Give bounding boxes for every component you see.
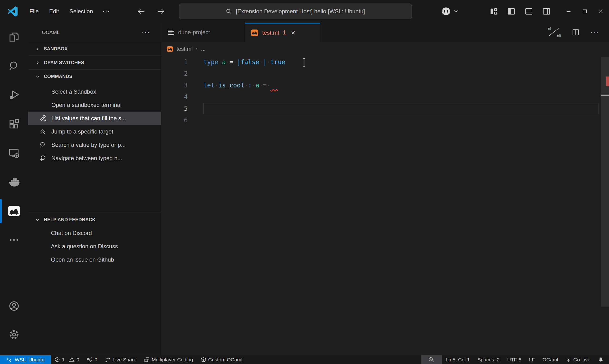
command-search-value[interactable]: Search a value by type or p... [28,138,161,152]
broadcast-tower-icon [87,357,93,363]
help-chat-discord[interactable]: Chat on Discord [28,226,161,240]
editor-more-actions[interactable]: ··· [590,28,599,36]
code-line-3: 3 let·is_cool·:·a·=· [162,79,609,91]
toggle-primary-sidebar-icon[interactable] [507,7,516,15]
breadcrumb-file[interactable]: test.ml [177,46,193,52]
bell-icon [598,357,604,363]
double-chevron-up-icon [38,128,48,136]
command-jump-target[interactable]: Jump to a specific target [28,125,161,138]
custom-ocaml-button[interactable]: Custom OCaml [197,355,246,364]
dune-file-icon [167,29,174,35]
remote-indicator[interactable]: WSL: Ubuntu [0,355,51,364]
activity-remote-explorer[interactable] [0,139,28,168]
activity-explorer[interactable] [0,23,28,52]
encoding-indicator[interactable]: UTF-8 [503,355,525,364]
menu-edit[interactable]: Edit [45,6,63,17]
tools-icon [38,114,48,122]
section-help-feedback[interactable]: HELP AND FEEDBACK [28,213,161,226]
go-live-button[interactable]: Go Live [562,355,594,364]
mouse-cursor-ibeam [302,58,306,67]
menu-overflow[interactable]: ··· [99,6,113,17]
maximize-button[interactable] [577,0,593,23]
command-select-sandbox[interactable]: Select a Sandbox [28,85,161,98]
cursor-position[interactable]: Ln 5, Col 1 [442,355,474,364]
line-content [203,114,598,126]
activity-run-debug[interactable] [0,80,28,110]
minimize-button[interactable] [560,0,577,23]
code-line-6: 6 [162,114,609,126]
chevron-down-icon [453,10,458,13]
camel-file-icon [167,46,173,52]
status-bar: WSL: Ubuntu 1 0 0 Live Share [0,355,609,364]
ports-indicator[interactable]: 0 [83,355,101,364]
tab-close-icon[interactable]: × [291,29,295,37]
command-list-values[interactable]: List values that can fill the s... [28,112,161,125]
go-live-icon [566,357,571,363]
copilot-menu[interactable] [441,7,458,16]
problems-indicator[interactable]: 1 0 [51,355,83,364]
editor-group: dune-project test.ml 1 × ml mli ··· [162,23,609,355]
remote-explorer-icon [8,147,20,159]
command-label: Open a sandboxed terminal [51,102,122,108]
command-center-search[interactable]: [Extension Development Host] hello [WSL:… [179,4,412,19]
section-opam-switches[interactable]: OPAM SWITCHES [28,56,161,69]
settings-button[interactable] [0,320,28,349]
help-ask-discuss[interactable]: Ask a question on Discuss [28,240,161,253]
eol-indicator[interactable]: LF [525,355,539,364]
zoom-in-button[interactable] [421,355,442,364]
live-share-button[interactable]: Live Share [101,355,140,364]
files-icon [8,31,20,43]
command-navigate-holes[interactable]: Navigate between typed h... [28,152,161,165]
tab-dune-project[interactable]: dune-project [162,23,245,42]
toggle-secondary-sidebar-icon[interactable] [542,7,551,15]
sidebar-more-actions[interactable]: ··· [142,28,150,36]
accounts-button[interactable] [0,292,28,320]
back-arrow-icon[interactable] [137,8,145,15]
layout-controls [489,7,551,15]
activity-search[interactable] [0,52,28,80]
help-open-issue-github[interactable]: Open an issue on Github [28,253,161,266]
line-number: 5 [162,105,203,112]
breadcrumb-symbol[interactable]: ... [201,46,206,52]
copilot-icon [441,7,451,16]
commands-list: Select a Sandbox Open a sandboxed termin… [28,83,161,165]
help-label: Chat on Discord [51,230,92,236]
multiplayer-coding-button[interactable]: Multiplayer Coding [140,355,197,364]
command-center-text: [Extension Development Host] hello [WSL:… [236,8,365,15]
section-commands[interactable]: COMMANDS [28,69,161,83]
vscode-logo [7,6,18,17]
code-editor[interactable]: 1 type·a·=·|false·|·true 2 3 let·is_cool… [162,56,609,355]
code-line-1: 1 type·a·=·|false·|·true [162,56,609,68]
multiplayer-label: Multiplayer Coding [152,357,193,363]
forward-arrow-icon[interactable] [157,8,165,15]
window-controls [560,0,609,23]
indentation-indicator[interactable]: Spaces: 2 [474,355,503,364]
customize-layout-icon[interactable] [489,7,498,15]
tab-test-ml[interactable]: test.ml 1 × [245,23,320,42]
toggle-panel-icon[interactable] [524,7,533,15]
title-bar-right [441,0,609,23]
camel-icon [8,205,20,217]
encoding-label: UTF-8 [507,357,522,363]
editor-scrollbar[interactable] [601,57,609,307]
activity-extensions[interactable] [0,110,28,139]
ellipsis-icon [9,238,19,242]
tab-bar: dune-project test.ml 1 × ml mli ··· [162,23,609,42]
go-live-label: Go Live [573,357,590,363]
language-mode[interactable]: OCaml [539,355,562,364]
command-open-terminal[interactable]: Open a sandboxed terminal [28,98,161,112]
close-window-button[interactable] [593,0,609,23]
notifications-bell[interactable] [594,355,609,364]
package-icon [201,357,206,363]
breadcrumb-separator-icon: › [196,46,198,52]
menu-selection[interactable]: Selection [65,6,97,17]
activity-docker[interactable] [0,168,28,196]
section-sandbox[interactable]: SANDBOX [28,42,161,56]
activity-more[interactable] [0,225,28,254]
menu-file[interactable]: File [25,6,43,17]
split-editor-icon[interactable] [572,28,580,36]
ml-mli-switch-button[interactable]: ml mli [546,26,561,39]
activity-ocaml[interactable] [0,196,28,225]
error-icon [55,357,60,362]
line-content: type·a·=·|false·|·true [203,56,598,68]
